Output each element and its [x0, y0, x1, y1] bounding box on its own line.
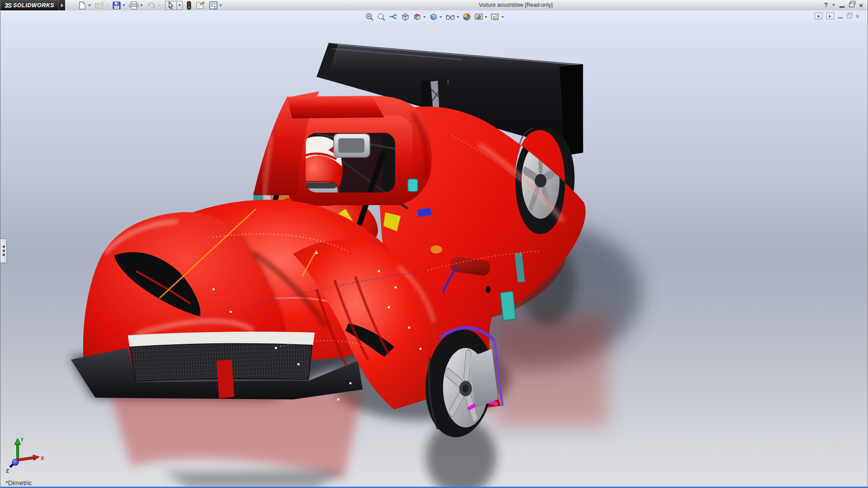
solidworks-logo-mark: 3S: [5, 2, 11, 9]
help-button[interactable]: ?: [824, 1, 828, 9]
save-button[interactable]: [111, 0, 127, 10]
note-pencil-icon: [195, 1, 205, 10]
new-document-caret[interactable]: [88, 5, 91, 6]
view-settings-caret[interactable]: [501, 16, 504, 18]
doc-restore-button[interactable]: [847, 14, 852, 18]
section-view-icon: [401, 13, 410, 21]
checklist-icon: [209, 1, 218, 10]
select-tool-caret[interactable]: [177, 1, 183, 10]
previous-view-icon: [389, 13, 398, 21]
new-document-button[interactable]: [77, 0, 93, 10]
rebuild-traffic-light-button[interactable]: [185, 0, 193, 10]
new-document-icon: [78, 1, 87, 10]
display-style-caret[interactable]: [439, 16, 442, 18]
window-controls: ? ×: [824, 0, 863, 9]
document-title: Voiture assomblee [Read-only]: [479, 2, 552, 8]
open-folder-icon: [94, 1, 104, 10]
headsup-view-toolbar: [364, 12, 505, 22]
select-tool-button[interactable]: [165, 1, 177, 10]
view-settings-button[interactable]: [490, 12, 505, 22]
collapse-left-pane-button[interactable]: [815, 13, 822, 19]
rear-view-mirror: [328, 134, 370, 157]
display-style-button[interactable]: [428, 12, 443, 22]
doc-minimize-button[interactable]: [838, 17, 843, 19]
close-button[interactable]: ×: [859, 2, 863, 9]
open-button[interactable]: [94, 0, 110, 10]
print-button[interactable]: [128, 0, 145, 10]
hide-show-items-button[interactable]: [444, 12, 460, 22]
edit-appearance-icon: [462, 13, 471, 21]
main-toolbar: [77, 0, 224, 10]
view-settings-icon: [491, 13, 500, 21]
view-orientation-button[interactable]: [412, 12, 427, 22]
apply-scene-caret[interactable]: [485, 16, 487, 18]
zoom-to-fit-button[interactable]: [364, 12, 375, 22]
display-style-icon: [429, 13, 438, 21]
title-bar: 3S SOLIDWORKS: [0, 0, 868, 11]
triad-y-label: Y: [20, 437, 24, 442]
hide-show-items-icon: [445, 13, 455, 21]
solidworks-window: 3S SOLIDWORKS: [0, 0, 868, 488]
solidworks-logo: 3S SOLIDWORKS: [0, 0, 58, 10]
hide-show-caret[interactable]: [457, 16, 459, 18]
annotation-note-button[interactable]: [194, 0, 207, 10]
open-caret[interactable]: [106, 5, 108, 6]
previous-view-button[interactable]: [388, 12, 399, 22]
undo-arrow-icon: [146, 1, 156, 10]
flyout-arrow-icon: [61, 4, 63, 7]
zoom-to-area-button[interactable]: [376, 12, 387, 22]
undo-button[interactable]: [146, 0, 162, 10]
traffic-light-icon: [186, 1, 192, 10]
save-caret[interactable]: [123, 5, 125, 6]
solidworks-logo-brand: SOLIDWORKS: [13, 2, 54, 9]
help-caret[interactable]: [832, 4, 835, 6]
feature-tree-collapse-tab[interactable]: [0, 239, 7, 263]
save-floppy-icon: [112, 1, 121, 10]
expand-right-pane-button[interactable]: [826, 13, 834, 19]
toolbar-flyout-arrow[interactable]: [58, 0, 65, 10]
reference-triad: Y X Z: [3, 436, 47, 478]
options-caret[interactable]: [219, 5, 222, 6]
apply-scene-button[interactable]: [473, 12, 488, 22]
view-orientation-label: *Dimetric: [5, 479, 32, 487]
triad-x-label: X: [41, 455, 44, 461]
edit-appearance-button[interactable]: [462, 12, 472, 22]
section-view-button[interactable]: [400, 12, 410, 22]
pane-right-icon: [829, 15, 831, 18]
view-orientation-icon: [413, 13, 422, 21]
collapse-arrow-icon: [2, 245, 5, 248]
apply-scene-icon: [474, 13, 483, 21]
minimize-button[interactable]: [840, 6, 844, 8]
graphics-viewport[interactable]: × Y X Z *Dimetric: [0, 10, 868, 488]
door-window-teal: [500, 291, 516, 321]
view-orientation-caret[interactable]: [423, 16, 426, 18]
restore-button[interactable]: [849, 3, 854, 7]
options-checklist-button[interactable]: [208, 0, 224, 10]
doc-close-button[interactable]: ×: [856, 13, 859, 19]
zoom-to-area-icon: [377, 13, 386, 21]
3d-scene[interactable]: [0, 10, 868, 488]
collapse-arrow-icon: [2, 249, 5, 252]
select-tool[interactable]: [165, 1, 183, 10]
triad-z-label: Z: [6, 468, 9, 474]
printer-icon: [129, 1, 139, 10]
cursor-arrow-icon: [167, 1, 175, 9]
document-window-controls: ×: [815, 13, 859, 19]
print-caret[interactable]: [140, 5, 143, 6]
pane-left-icon: [817, 15, 819, 18]
zoom-to-fit-icon: [365, 13, 374, 21]
undo-caret[interactable]: [158, 5, 160, 6]
collapse-arrow-icon: [2, 253, 5, 256]
